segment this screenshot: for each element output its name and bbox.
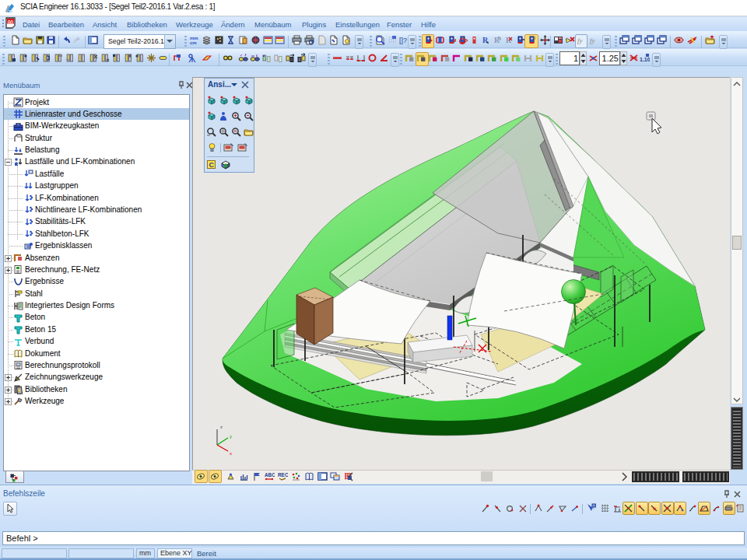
- svg-text:fy: fy: [590, 37, 595, 44]
- svg-text:fy: fy: [577, 37, 583, 44]
- svg-text:ABC: ABC: [265, 472, 275, 478]
- svg-text:REC: REC: [278, 472, 288, 478]
- svg-text:0: 0: [533, 36, 536, 40]
- svg-text:y: y: [230, 434, 232, 439]
- svg-text:z: z: [220, 425, 223, 429]
- svg-text:C: C: [209, 161, 214, 169]
- svg-text:x: x: [230, 451, 232, 456]
- svg-text:1.10: 1.10: [640, 57, 650, 62]
- svg-text:[]?: []?: [399, 37, 407, 44]
- svg-text:cm: cm: [190, 40, 197, 45]
